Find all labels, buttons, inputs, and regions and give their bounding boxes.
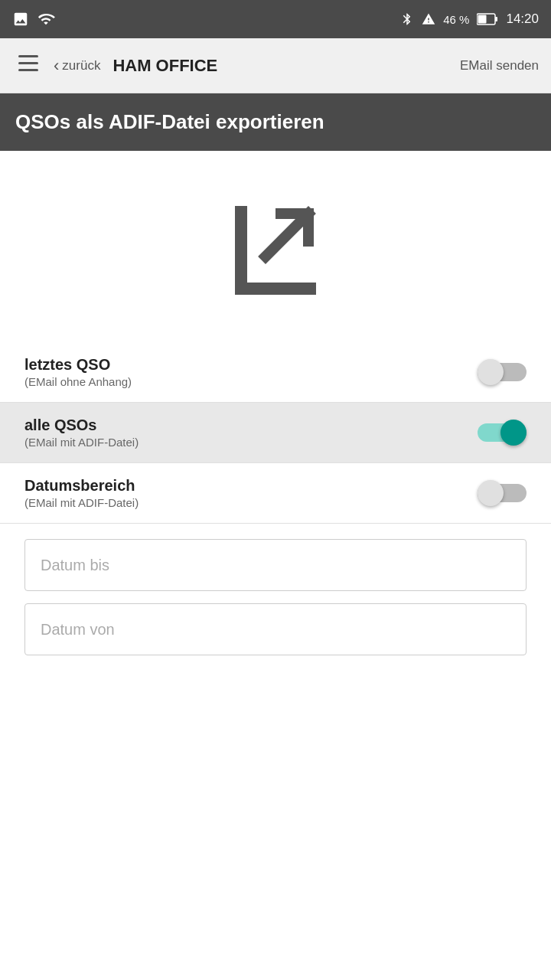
time-display: 14:20 [506,11,539,27]
datum-bis-input[interactable] [24,539,527,591]
alert-icon [422,11,435,28]
option-alle-qsos[interactable]: alle QSOs (EMail mit ADIF-Datei) [0,403,551,463]
menu-button[interactable] [12,47,44,83]
toolbar-title: HAM OFFICE [112,56,454,76]
photo-icon [12,11,29,28]
toolbar: ‹ zurück HAM OFFICE EMail senden [0,38,551,93]
options-list: letztes QSO (EMail ohne Anhang) alle QSO… [0,342,551,524]
toggle-letztes-qso[interactable] [478,359,527,385]
status-left-icons [12,11,55,28]
page-header: QSOs als ADIF-Datei exportieren [0,93,551,151]
back-label: zurück [62,58,100,74]
export-icon [218,197,333,304]
toggle-thumb-off [478,480,504,506]
option-datumsbereich-sub: (EMail mit ADIF-Datei) [24,496,139,509]
bluetooth-icon [400,11,414,28]
input-section [0,524,551,671]
option-letztes-qso-sub: (EMail ohne Anhang) [24,375,132,388]
page-title: QSOs als ADIF-Datei exportieren [15,110,324,133]
status-right-icons: 46 % 14:20 [400,11,539,28]
option-alle-qsos-sub: (EMail mit ADIF-Datei) [24,436,139,449]
back-button[interactable]: ‹ zurück [54,56,100,76]
email-send-button[interactable]: EMail senden [460,58,539,74]
svg-rect-1 [495,17,497,21]
export-icon-area [0,151,551,342]
wifi-icon [37,11,55,28]
toggle-thumb-on [500,420,527,446]
toggle-datumsbereich[interactable] [478,480,527,506]
toggle-alle-qsos[interactable] [478,420,527,446]
option-letztes-qso-label: letztes QSO [24,356,132,374]
back-arrow-icon: ‹ [54,56,59,76]
datum-von-input[interactable] [24,603,527,655]
toggle-thumb [478,359,504,385]
svg-rect-5 [18,69,38,71]
status-bar: 46 % 14:20 [0,0,551,38]
svg-rect-3 [18,55,38,57]
svg-rect-2 [478,15,487,24]
svg-rect-4 [18,62,38,64]
battery-icon [477,12,498,26]
option-alle-qsos-label: alle QSOs [24,416,139,434]
option-datumsbereich-label: Datumsbereich [24,477,139,495]
option-datumsbereich[interactable]: Datumsbereich (EMail mit ADIF-Datei) [0,463,551,524]
battery-text: 46 % [443,13,469,26]
option-letztes-qso[interactable]: letztes QSO (EMail ohne Anhang) [0,342,551,403]
